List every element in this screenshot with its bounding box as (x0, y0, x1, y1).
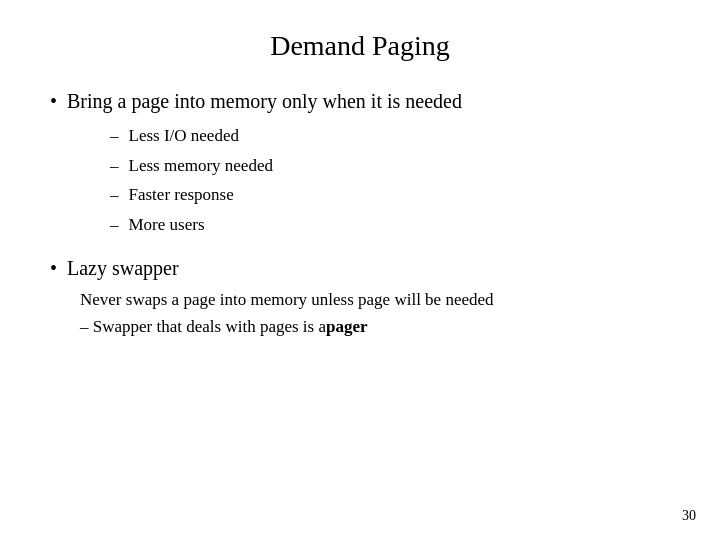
list-item: – Faster response (110, 182, 670, 208)
lazy-description: Never swaps a page into memory unless pa… (50, 286, 670, 313)
sub-bullets-1: – Less I/O needed – Less memory needed –… (50, 123, 670, 237)
main-bullet-2: • Lazy swapper (50, 257, 670, 280)
dash-icon: – (110, 153, 119, 179)
bullet-dot-2: • (50, 257, 57, 280)
slide-title: Demand Paging (50, 30, 670, 62)
bullet-dot-1: • (50, 90, 57, 113)
lazy-sub-prefix: – Swapper that deals with pages is a (80, 313, 326, 340)
lazy-sub-bold: pager (326, 313, 368, 340)
dash-icon: – (110, 212, 119, 238)
lazy-description-text: Never swaps a page into memory unless pa… (80, 290, 494, 309)
sub-item-2: Less memory needed (129, 153, 273, 179)
sub-item-1: Less I/O needed (129, 123, 239, 149)
sub-item-4: More users (129, 212, 205, 238)
main-bullet-1: • Bring a page into memory only when it … (50, 90, 670, 113)
sub-item-3: Faster response (129, 182, 234, 208)
main-bullet-1-text: Bring a page into memory only when it is… (67, 90, 462, 113)
list-item: – Less memory needed (110, 153, 670, 179)
list-item: – Less I/O needed (110, 123, 670, 149)
dash-icon: – (110, 182, 119, 208)
bullet-section-1: • Bring a page into memory only when it … (50, 90, 670, 237)
page-number: 30 (682, 508, 696, 524)
slide: Demand Paging • Bring a page into memory… (0, 0, 720, 540)
list-item: – More users (110, 212, 670, 238)
main-bullet-2-text: Lazy swapper (67, 257, 179, 280)
dash-icon: – (110, 123, 119, 149)
lazy-sub-item: – Swapper that deals with pages is a pag… (50, 313, 670, 340)
bullet-section-2: • Lazy swapper Never swaps a page into m… (50, 257, 670, 340)
